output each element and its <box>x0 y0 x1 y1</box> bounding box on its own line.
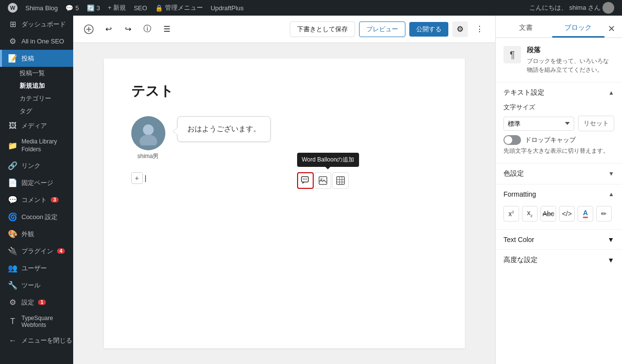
block-info: ¶ 段落 ブロックを使って、いろいろな物語を組み立ててください。 <box>496 38 622 82</box>
sidebar-sub-categories[interactable]: カテゴリー <box>0 92 73 105</box>
strikethrough-button[interactable]: Abc <box>541 206 556 222</box>
post-title[interactable]: テスト <box>131 82 438 101</box>
balloon-name: shima男 <box>137 152 159 161</box>
sidebar-item-media-label: メディア <box>21 121 47 130</box>
font-size-select[interactable]: 標準 <box>503 117 574 131</box>
sidebar-item-links[interactable]: 🔗 リンク <box>0 157 73 174</box>
sidebar-item-settings-label: 設定 <box>21 298 34 307</box>
sidebar-item-posts-label: 投稿 <box>21 54 34 63</box>
sidebar-sub-post-list[interactable]: 投稿一覧 <box>0 67 73 80</box>
editor-area: ↩ ↪ ⓘ ☰ 下書きとして保存 プレビュー 公開する ⚙ ⋮ テスト <box>73 16 495 364</box>
text-color-btn[interactable]: A <box>578 206 593 222</box>
wp-logo-item[interactable]: W <box>4 0 21 16</box>
superscript-button[interactable]: x2 <box>503 206 519 222</box>
formatting-header[interactable]: Formatting ▲ <box>496 184 622 204</box>
sidebar-sub-tags[interactable]: タグ <box>0 105 73 118</box>
editor-content[interactable]: テスト shima男 おはようございま <box>73 43 495 364</box>
save-draft-button[interactable]: 下書きとして保存 <box>290 21 355 37</box>
tooltip-box: Word Balloonの追加 <box>297 153 360 167</box>
block-info-text: 段落 ブロックを使って、いろいろな物語を組み立ててください。 <box>527 46 614 74</box>
publish-button[interactable]: 公開する <box>409 22 448 37</box>
sidebar-item-posts[interactable]: 📝 投稿 <box>0 50 73 67</box>
seo-item[interactable]: SEO <box>130 0 151 16</box>
sidebar-sub-new-post[interactable]: 新規追加 <box>0 80 73 92</box>
color-settings-header[interactable]: 色設定 ▼ <box>496 163 622 184</box>
redo-button[interactable]: ↪ <box>120 21 136 37</box>
code-button[interactable]: </> <box>559 206 575 222</box>
advanced-section[interactable]: 高度な設定 ▼ <box>496 250 622 270</box>
sidebar-item-typesquare-label: TypeSquare Webfonts <box>21 315 67 328</box>
text-color-label: Text Color <box>503 236 534 243</box>
updraftplus-item[interactable]: UpdraftPlus <box>207 0 248 16</box>
editor-toolbar: ↩ ↪ ⓘ ☰ 下書きとして保存 プレビュー 公開する ⚙ ⋮ <box>73 16 495 43</box>
block-name: 段落 <box>527 46 614 55</box>
more-options-button[interactable]: ⋮ <box>472 21 487 37</box>
sidebar-item-media-library-folders[interactable]: 📁 Media Library Folders <box>0 134 73 157</box>
text-settings-header[interactable]: テキスト設定 ▲ <box>496 82 622 103</box>
sidebar: ⊞ ダッシュボード ⚙ All in One SEO 📝 投稿 投稿一覧 新規追… <box>0 16 73 364</box>
clear-format-button[interactable]: ✏ <box>596 206 612 222</box>
comment-icon: 💬 <box>65 4 73 12</box>
sidebar-item-media[interactable]: 🖼 メディア <box>0 118 73 134</box>
chevron-up-icon: ▲ <box>608 89 614 96</box>
balloon-block: shima男 おはようございます。 <box>131 116 438 161</box>
formatting-icons: x2 x2 Abc </> A ✏ <box>503 206 614 222</box>
sidebar-item-cocoon[interactable]: 🌀 Cocoon 設定 <box>0 208 73 225</box>
balloon-avatar <box>131 116 165 150</box>
sidebar-item-settings[interactable]: ⚙ 設定 1 <box>0 294 73 311</box>
sidebar-item-comments-label: コメント <box>21 196 47 204</box>
info-button[interactable]: ⓘ <box>140 21 155 37</box>
sidebar-item-pages[interactable]: 📄 固定ページ <box>0 174 73 191</box>
sidebar-item-close-menu[interactable]: ← メニューを閉じる <box>0 332 73 349</box>
block-icon-large: ¶ <box>503 46 521 63</box>
undo-button[interactable]: ↩ <box>100 21 116 37</box>
tab-block[interactable]: ブロック <box>552 20 605 38</box>
preview-button[interactable]: プレビュー <box>359 21 405 37</box>
updates-item[interactable]: 🔄 3 <box>83 0 104 16</box>
reset-button[interactable]: リセット <box>578 116 614 131</box>
text-color-section[interactable]: Text Color ▼ <box>496 230 622 250</box>
add-block-button[interactable] <box>81 21 97 37</box>
site-name-item[interactable]: Shima Blog <box>21 0 61 16</box>
sidebar-item-dashboard-label: ダッシュボード <box>21 20 66 29</box>
admin-menu-item[interactable]: 🔒 管理メニュー <box>151 0 207 16</box>
panel-close-button[interactable]: ✕ <box>604 22 618 36</box>
user-avatar <box>602 2 614 14</box>
word-balloon-button[interactable] <box>297 172 314 189</box>
chevron-up-formatting-icon: ▲ <box>608 191 614 198</box>
sidebar-item-dashboard[interactable]: ⊞ ダッシュボード <box>0 16 73 33</box>
table-block-button[interactable] <box>332 172 349 189</box>
image-block-button[interactable] <box>315 172 331 189</box>
block-add-button[interactable]: + <box>131 172 143 184</box>
text-settings-label: テキスト設定 <box>503 88 544 97</box>
sidebar-item-all-in-one-seo[interactable]: ⚙ All in One SEO <box>0 33 73 50</box>
block-list-button[interactable]: ☰ <box>159 21 175 37</box>
sidebar-item-appearance[interactable]: 🎨 外観 <box>0 225 73 243</box>
formatting-body: x2 x2 Abc </> A ✏ <box>496 206 622 229</box>
sidebar-item-comments[interactable]: 💬 コメント 3 <box>0 191 73 208</box>
lock-icon: 🔒 <box>155 4 163 12</box>
sidebar-item-links-label: リンク <box>21 162 40 170</box>
sidebar-item-tools[interactable]: 🔧 ツール <box>0 277 73 294</box>
new-post-item[interactable]: + 新規 <box>104 0 130 16</box>
seo-label: SEO <box>134 4 147 12</box>
settings-gear-button[interactable]: ⚙ <box>452 21 468 37</box>
right-panel: 文書 ブロック ✕ ¶ 段落 ブロックを使って、いろいろな物語を組み立ててくださ… <box>495 16 622 364</box>
comments-item[interactable]: 💬 5 <box>61 0 82 16</box>
block-desc: ブロックを使って、いろいろな物語を組み立ててください。 <box>527 57 614 74</box>
wp-logo: W <box>8 3 18 13</box>
sidebar-item-typesquare[interactable]: T TypeSquare Webfonts <box>0 311 73 332</box>
subscript-button[interactable]: x2 <box>522 206 538 222</box>
sidebar-item-users[interactable]: 👥 ユーザー <box>0 260 73 277</box>
sidebar-item-close-menu-label: メニューを閉じる <box>21 336 72 345</box>
cocoon-icon: 🌀 <box>8 212 18 222</box>
link-icon: 🔗 <box>8 161 18 170</box>
plugins-icon: 🔌 <box>8 246 18 256</box>
drop-cap-toggle[interactable] <box>503 135 521 145</box>
sidebar-item-plugins[interactable]: 🔌 プラグイン 4 <box>0 243 73 260</box>
speech-balloon[interactable]: おはようございます。 <box>177 116 271 142</box>
tooltip-wrap: Word Balloonの追加 <box>297 153 360 167</box>
seo-icon: ⚙ <box>8 37 18 46</box>
tab-document[interactable]: 文書 <box>500 20 552 38</box>
comments-count: 5 <box>75 4 79 12</box>
